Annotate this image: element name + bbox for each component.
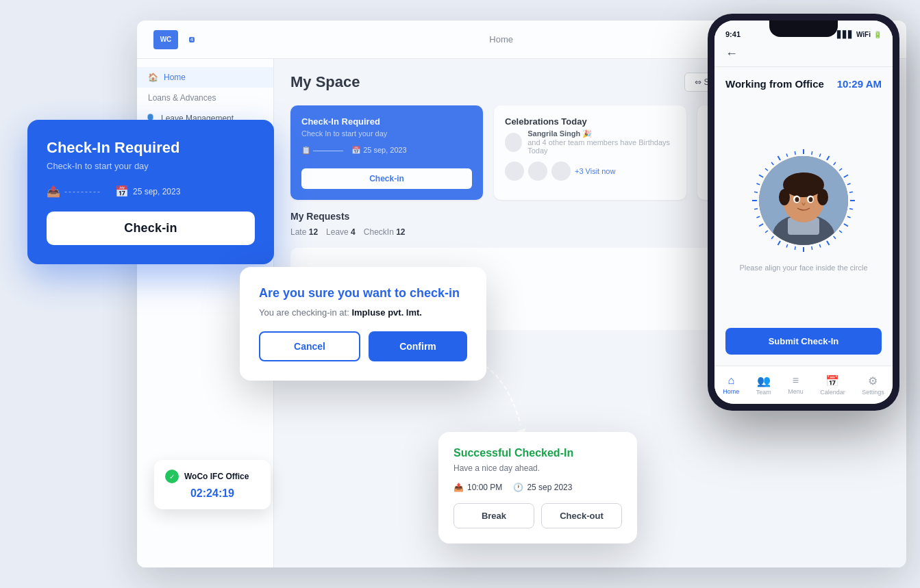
checkin-main-button[interactable]: Check-in — [47, 212, 255, 245]
phone-nav-calendar[interactable]: 📅 Calendar — [815, 372, 851, 398]
success-card: Successful Checked-In Have a nice day ah… — [438, 432, 637, 544]
modal-buttons: Cancel Confirm — [259, 331, 467, 361]
bg-checkin-button[interactable]: Check-in — [301, 168, 472, 189]
tab-late[interactable]: Late 12 — [290, 227, 318, 237]
app-logo: WC — [153, 30, 178, 49]
tab-checkin[interactable]: CheckIn 12 — [364, 227, 406, 237]
home-icon: ⌂ — [728, 374, 734, 387]
svg-line-12 — [849, 192, 853, 192]
celeb-item: Sangrila Singh 🎉 and 4 other team member… — [505, 129, 675, 155]
breadcrumb: Home — [489, 34, 513, 44]
calendar-icon: 📅 — [825, 374, 839, 387]
svg-line-30 — [754, 209, 758, 209]
phone-screen: 9:41 ▋▋▋ WiFi 🔋 ← Working from Office 10… — [714, 21, 893, 404]
face-photo — [759, 156, 848, 245]
phone-location-row: Working from Office 10:29 AM — [725, 78, 882, 90]
face-scan-container: Please align your face inside the circle — [725, 101, 882, 317]
confirm-modal-title: Are you sure you want to check-in — [259, 286, 467, 301]
svg-point-50 — [795, 197, 799, 202]
phone-frame: 9:41 ▋▋▋ WiFi 🔋 ← Working from Office 10… — [708, 14, 899, 411]
celeb-avatar — [505, 133, 522, 152]
svg-line-32 — [754, 192, 758, 192]
checkin-meta-row: 📤 --------- 📅 25 sep, 2023 — [47, 185, 255, 198]
avatar-group-3 — [551, 162, 571, 181]
phone-nav-team[interactable]: 👥 Team — [751, 372, 777, 398]
menu-icon: ≡ — [793, 374, 799, 387]
woco-card: ✓ WoCo IFC Office 02:24:19 — [154, 460, 271, 509]
confirm-modal: Are you sure you want to check-in You ar… — [240, 267, 486, 381]
mobile-phone: 9:41 ▋▋▋ WiFi 🔋 ← Working from Office 10… — [708, 14, 899, 411]
svg-point-51 — [809, 197, 813, 202]
woco-timer: 02:24:19 — [165, 487, 260, 500]
phone-nav-settings[interactable]: ⚙ Settings — [856, 372, 890, 398]
woco-header: ✓ WoCo IFC Office — [165, 470, 260, 483]
success-time: 📤 10:00 PM — [453, 483, 502, 492]
submit-checkin-button[interactable]: Submit Check-In — [725, 328, 882, 355]
card-meta: 📋 ———— 📅 25 sep, 2023 — [301, 146, 472, 155]
confirm-modal-desc: You are checking-in at: Impluse pvt. lmt… — [259, 307, 467, 318]
svg-line-39 — [795, 151, 795, 155]
phone-nav-menu[interactable]: ≡ Menu — [782, 372, 809, 398]
phone-nav-bar: ← — [714, 41, 893, 67]
sidebar-item-loans[interactable]: Loans & Advances — [137, 88, 273, 108]
phone-time: 10:29 AM — [837, 78, 882, 90]
success-date: 🕐 25 sep 2023 — [513, 483, 572, 492]
page-title: My Space — [290, 73, 360, 91]
sidebar-item-home[interactable]: 🏠 Home — [137, 67, 273, 88]
face-illustration — [759, 156, 848, 245]
checkin-required-title: Check-In Required — [47, 139, 255, 157]
confirm-button[interactable]: Confirm — [369, 331, 467, 361]
celebrations-list: Sangrila Singh 🎉 and 4 other team member… — [505, 129, 675, 155]
checkin-required-card: Check-In Required Check-In to start your… — [27, 120, 274, 264]
svg-point-46 — [779, 189, 790, 205]
success-message: Have a nice day ahead. — [453, 463, 622, 473]
back-arrow-icon[interactable]: ← — [725, 47, 738, 61]
status-icons: ▋▋▋ WiFi 🔋 — [837, 31, 882, 38]
phone-bottom-nav: ⌂ Home 👥 Team ≡ Menu 📅 Calendar ⚙ Se — [714, 366, 893, 404]
woco-check-icon: ✓ — [165, 470, 179, 483]
face-ring — [749, 146, 858, 255]
checkin-bg-card: Check-In Required Check In to start your… — [290, 105, 483, 200]
tab-leave[interactable]: Leave 4 — [326, 227, 356, 237]
celebrations-card: Celebrations Today Sangrila Singh 🎉 and … — [494, 105, 686, 200]
face-align-text: Please align your face inside the circle — [739, 264, 867, 272]
phone-nav-home[interactable]: ⌂ Home — [717, 372, 745, 398]
phone-location-text: Working from Office — [725, 78, 824, 90]
avatar-group-2 — [528, 162, 547, 181]
svg-line-5 — [812, 151, 812, 155]
success-title: Successful Checked-In — [453, 447, 622, 459]
cancel-button[interactable]: Cancel — [259, 331, 360, 361]
checkout-button[interactable]: Check-out — [541, 503, 622, 528]
break-button[interactable]: Break — [453, 503, 534, 528]
checkin-date: 📅 25 sep, 2023 — [115, 185, 180, 198]
svg-point-47 — [817, 189, 828, 205]
avatar-group-1 — [505, 162, 524, 181]
checkin-required-subtitle: Check-In to start your day — [47, 161, 255, 171]
woco-name: WoCo IFC Office — [184, 472, 249, 481]
phone-content: Working from Office 10:29 AM — [714, 67, 893, 366]
svg-line-23 — [795, 246, 795, 250]
success-buttons: Break Check-out — [453, 503, 622, 528]
team-icon: 👥 — [757, 374, 771, 387]
settings-icon: ⚙ — [868, 374, 878, 387]
phone-notch — [769, 21, 838, 37]
svg-line-14 — [849, 209, 853, 209]
svg-line-21 — [812, 246, 812, 250]
checkin-location: 📤 --------- — [47, 185, 101, 198]
success-meta: 📤 10:00 PM 🕐 25 sep 2023 — [453, 483, 622, 492]
